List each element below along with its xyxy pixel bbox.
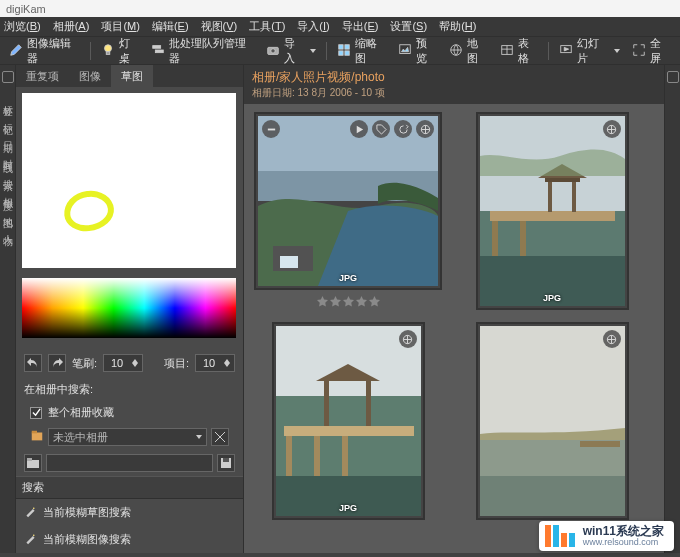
geo-button[interactable] (603, 120, 621, 138)
undo-button[interactable] (24, 354, 42, 372)
thumbnail-card[interactable]: JPG (248, 318, 448, 524)
items-stepper[interactable] (195, 354, 235, 372)
map-tab[interactable]: 地图 (1, 209, 15, 213)
wand-icon (24, 532, 37, 547)
thumbnail-card[interactable]: JPG (248, 108, 448, 314)
window-titlebar: digiKam (0, 0, 680, 17)
thumbnail-card[interactable]: JPG (452, 108, 652, 314)
batch-queue-button[interactable]: 批处理队列管理器 (146, 33, 259, 69)
dropdown-arrow-icon (310, 49, 316, 53)
sketch-canvas[interactable] (22, 93, 236, 268)
menu-import[interactable]: 导入(I) (297, 19, 329, 34)
wand-icon (24, 505, 37, 520)
brush-label: 笔刷: (72, 356, 97, 371)
menu-album[interactable]: 相册(A) (53, 19, 90, 34)
svg-rect-7 (345, 44, 349, 48)
breadcrumb-path: 相册/家人照片视频/photo (252, 69, 656, 86)
date-tab[interactable]: 日期 (1, 133, 15, 137)
image-editor-button[interactable]: 图像编辑器 (4, 33, 85, 69)
slideshow-button[interactable]: 幻灯片 (554, 33, 625, 69)
thumbnail-card[interactable] (452, 318, 652, 524)
bulb-icon (101, 43, 115, 59)
breadcrumb: 相册/家人照片视频/photo 相册日期: 13 8月 2006 - 10 项 (244, 65, 664, 104)
save-button[interactable] (217, 454, 235, 472)
svg-point-0 (104, 44, 111, 51)
sketch-drawing (62, 188, 116, 233)
album-date-info: 相册日期: 13 8月 2006 - 10 项 (252, 86, 656, 100)
thumbnail-frame: JPG (272, 322, 425, 520)
search-section-header[interactable]: 搜索 (16, 476, 243, 499)
rotate-button[interactable] (394, 120, 412, 138)
svg-rect-16 (27, 460, 39, 468)
album-select[interactable]: 未选中相册 (48, 428, 207, 446)
menu-view[interactable]: 视图(V) (201, 19, 238, 34)
fuzzy-sketch-search[interactable]: 当前模糊草图搜索 (16, 499, 243, 526)
watermark-logo (545, 525, 577, 547)
menu-export[interactable]: 导出(E) (342, 19, 379, 34)
menu-browse[interactable]: 浏览(B) (4, 19, 41, 34)
slideshow-icon (559, 43, 573, 59)
separator (326, 42, 327, 60)
tag-button[interactable] (372, 120, 390, 138)
table-icon (500, 43, 514, 59)
queue-icon (151, 43, 165, 59)
table-button[interactable]: 表格 (495, 33, 544, 69)
format-badge: JPG (339, 273, 357, 283)
import-button[interactable]: 导入 (261, 33, 321, 69)
thumbnails-button[interactable]: 缩略图 (332, 33, 391, 69)
tab-duplicates[interactable]: 重复项 (16, 65, 69, 87)
thumbnail-frame (476, 322, 629, 520)
properties-tab-icon[interactable] (667, 71, 679, 83)
tags-tab[interactable]: 标签 (1, 97, 15, 101)
similarity-tab[interactable]: 相似度 (1, 189, 15, 195)
tab-image[interactable]: 图像 (69, 65, 111, 87)
svg-rect-6 (339, 44, 343, 48)
menu-tools[interactable]: 工具(T) (249, 19, 285, 34)
sketch-controls: 笔刷: 项目: (16, 348, 243, 378)
labels-tab[interactable]: 标记 (1, 115, 15, 119)
geo-button[interactable] (603, 330, 621, 348)
menu-settings[interactable]: 设置(S) (390, 19, 427, 34)
fullscreen-button[interactable]: 全屏 (627, 33, 676, 69)
brush-size-stepper[interactable] (103, 354, 143, 372)
albums-tab-icon[interactable] (2, 71, 14, 83)
format-badge: JPG (339, 503, 357, 513)
grid-icon (337, 43, 351, 59)
whole-album-checkbox[interactable] (30, 407, 42, 419)
menu-edit[interactable]: 编辑(E) (152, 19, 189, 34)
thumbnail-grid: JPG (244, 104, 664, 553)
color-picker[interactable] (22, 278, 236, 338)
folder-button[interactable] (24, 454, 42, 472)
main-toolbar: 图像编辑器 灯桌 批处理队列管理器 导入 缩略图 预览 地图 表格 幻灯片 全屏 (0, 37, 680, 65)
file-path-input[interactable] (46, 454, 213, 472)
play-button[interactable] (350, 120, 368, 138)
geo-button[interactable] (416, 120, 434, 138)
gallery-view: 相册/家人照片视频/photo 相册日期: 13 8月 2006 - 10 项 (244, 65, 664, 553)
brush-size-input[interactable] (104, 356, 130, 370)
menu-item[interactable]: 项目(M) (101, 19, 140, 34)
geo-button[interactable] (399, 330, 417, 348)
right-tab-strip (664, 65, 680, 553)
fuzzy-image-search[interactable]: 当前模糊图像搜索 (16, 526, 243, 553)
zoom-out-button[interactable] (262, 120, 280, 138)
people-tab[interactable]: 人物 (1, 227, 15, 231)
reset-album-button[interactable] (211, 428, 229, 446)
search-tab[interactable]: 搜索 (1, 171, 15, 175)
tab-sketch[interactable]: 草图 (111, 65, 153, 87)
format-badge: JPG (543, 293, 561, 303)
svg-rect-8 (339, 50, 343, 54)
separator (548, 42, 549, 60)
redo-button[interactable] (48, 354, 66, 372)
svg-rect-9 (345, 50, 349, 54)
pencil-icon (9, 43, 23, 59)
menu-help[interactable]: 帮助(H) (439, 19, 476, 34)
fullscreen-icon (632, 43, 646, 59)
items-input[interactable] (196, 356, 222, 370)
rating-stars[interactable] (317, 296, 380, 307)
svg-point-21 (33, 534, 35, 536)
map-button[interactable]: 地图 (444, 33, 493, 69)
light-table-button[interactable]: 灯桌 (96, 33, 145, 69)
preview-button[interactable]: 预览 (393, 33, 442, 69)
app-title: digiKam (6, 3, 46, 15)
timeline-tab[interactable]: 时间线 (1, 151, 15, 157)
